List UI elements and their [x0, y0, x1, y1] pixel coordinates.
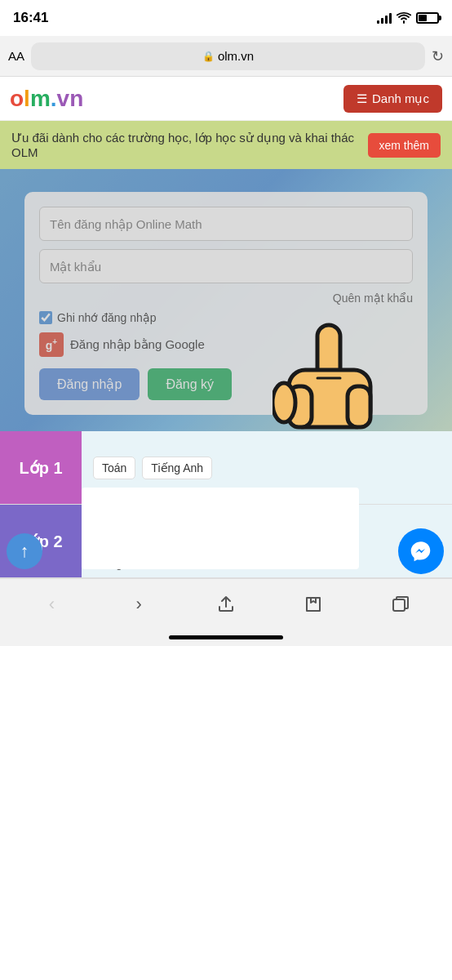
menu-icon: ☰ — [357, 91, 367, 106]
url-text: olm.vn — [218, 49, 254, 63]
google-icon: g+ — [39, 332, 64, 357]
upload-button[interactable]: ↑ — [7, 533, 42, 569]
forward-icon: › — [136, 594, 142, 615]
promo-text: Ưu đãi dành cho các trường học, lớp học … — [11, 131, 360, 159]
bookmarks-icon — [304, 595, 323, 614]
status-bar: 16:41 — [0, 0, 452, 36]
action-buttons: Đăng nhập Đăng ký — [39, 368, 413, 400]
signal-bars-icon — [377, 12, 392, 24]
xem-them-button[interactable]: xem thêm — [368, 133, 441, 158]
bookmarks-button[interactable] — [295, 586, 331, 622]
tabs-button[interactable] — [383, 586, 419, 622]
forgot-password-link[interactable]: Quên mật khẩu — [39, 292, 413, 305]
refresh-button[interactable]: ↻ — [432, 47, 444, 65]
dang-nhap-button[interactable]: Đăng nhập — [39, 368, 140, 400]
back-icon: ‹ — [49, 594, 55, 615]
grade-1-label: Lớp 1 — [19, 458, 62, 478]
site-header: olm.vn ☰ Danh mục — [0, 77, 452, 121]
remember-me-container: Ghi nhớ đăng nhập — [39, 311, 413, 324]
share-icon — [216, 595, 236, 614]
login-area-wrapper: Quên mật khẩu Ghi nhớ đăng nhập g+ Đăng … — [0, 169, 452, 431]
wifi-icon — [397, 12, 411, 24]
logo-o: o — [10, 86, 24, 111]
browser-aa-label[interactable]: AA — [8, 49, 24, 63]
website-content: olm.vn ☰ Danh mục Ưu đãi dành cho các tr… — [0, 77, 452, 578]
status-time: 16:41 — [13, 10, 48, 26]
remember-checkbox[interactable] — [39, 311, 52, 324]
promo-banner: Ưu đãi dành cho các trường học, lớp học … — [0, 121, 452, 169]
url-bar[interactable]: 🔒 olm.vn — [31, 42, 425, 70]
logo-dot: . — [51, 86, 57, 111]
grade-box-1[interactable]: Lớp 1 — [0, 431, 82, 504]
login-form: Quên mật khẩu Ghi nhớ đăng nhập g+ Đăng … — [24, 192, 428, 415]
logo-m: m — [30, 86, 51, 111]
browser-bottom-nav: ‹ › — [0, 578, 452, 646]
subject-tag-tieng-anh-1[interactable]: Tiếng Anh — [142, 457, 212, 479]
subject-tag-toan-1[interactable]: Toán — [93, 457, 135, 479]
google-login-row[interactable]: g+ Đăng nhập bằng Google — [39, 332, 413, 357]
remember-label: Ghi nhớ đăng nhập — [57, 311, 157, 324]
danh-muc-button[interactable]: ☰ Danh mục — [343, 85, 442, 113]
status-icons — [377, 12, 439, 24]
site-logo[interactable]: olm.vn — [10, 86, 83, 112]
back-button[interactable]: ‹ — [33, 586, 69, 622]
tabs-icon — [391, 595, 410, 614]
forward-button[interactable]: › — [121, 586, 157, 622]
lock-icon: 🔒 — [202, 51, 215, 62]
login-area: Quên mật khẩu Ghi nhớ đăng nhập g+ Đăng … — [0, 169, 452, 431]
dang-ky-button[interactable]: Đăng ký — [148, 368, 232, 400]
messenger-fab-button[interactable] — [398, 528, 444, 574]
svg-rect-6 — [393, 599, 405, 611]
google-login-label: Đăng nhập bằng Google — [70, 337, 205, 352]
popup-clear-area — [82, 488, 359, 569]
share-button[interactable] — [208, 586, 244, 622]
battery-icon — [416, 12, 439, 24]
home-indicator — [169, 635, 283, 639]
browser-address-bar[interactable]: AA 🔒 olm.vn ↻ — [0, 36, 452, 77]
password-input[interactable] — [39, 249, 413, 283]
logo-l: l — [24, 86, 30, 111]
danh-muc-label: Danh mục — [372, 91, 429, 106]
logo-vn: vn — [57, 86, 84, 111]
username-input[interactable] — [39, 207, 413, 241]
